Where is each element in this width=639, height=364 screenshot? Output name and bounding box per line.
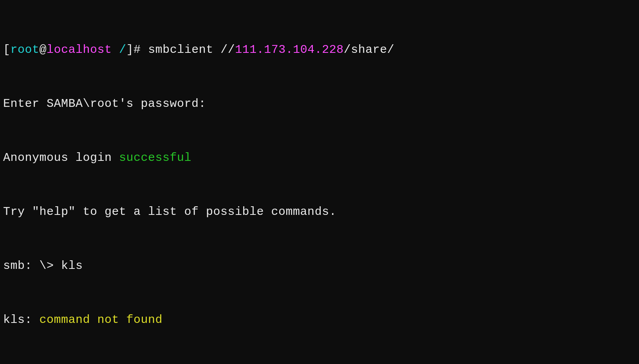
cmd-share: /share/	[344, 43, 395, 56]
cmd-smbclient: smbclient	[148, 43, 220, 56]
err-msg: command not found	[40, 313, 163, 326]
err-cmd: kls:	[3, 313, 40, 326]
error-line: kls: command not found	[3, 313, 636, 327]
smb-prompt-line-1: smb: \> kls	[3, 259, 636, 273]
prompt-host: localhost	[47, 43, 112, 56]
smb-cmd-kls: kls	[61, 259, 83, 272]
anon-status: successful	[119, 151, 191, 164]
shell-prompt-line: [root@localhost /]# smbclient //111.173.…	[3, 43, 636, 57]
bracket-open: [	[3, 43, 11, 56]
prompt-path: /	[112, 43, 126, 56]
bracket-close: ]	[126, 43, 134, 56]
prompt-user: root	[11, 43, 40, 56]
anonymous-login-line: Anonymous login successful	[3, 151, 636, 165]
prompt-hash: #	[134, 43, 148, 56]
terminal-output[interactable]: [root@localhost /]# smbclient //111.173.…	[0, 0, 639, 364]
enter-password-line: Enter SAMBA\root's password:	[3, 97, 636, 111]
cmd-slashes: //	[220, 43, 235, 56]
anon-prefix: Anonymous login	[3, 151, 119, 164]
prompt-at: @	[40, 43, 47, 56]
cmd-ip: 111.173.104.228	[235, 43, 344, 56]
smb-prompt: smb: \>	[3, 259, 61, 272]
try-help-line: Try "help" to get a list of possible com…	[3, 205, 636, 219]
